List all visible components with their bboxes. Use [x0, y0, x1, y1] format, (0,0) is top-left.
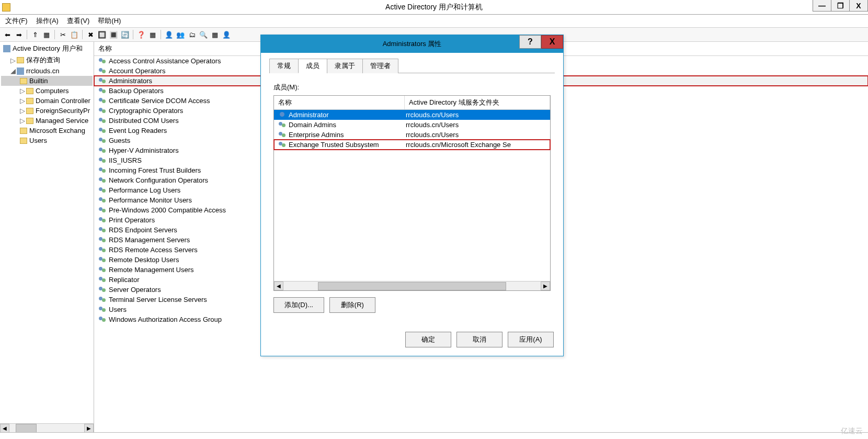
copy-icon[interactable]: 📋	[69, 29, 79, 40]
window-buttons: — ❐ X	[813, 0, 868, 14]
list-item-label: Access Control Assistance Operators	[109, 57, 221, 65]
expand-icon[interactable]: ▷	[20, 117, 26, 125]
tree-root[interactable]: Active Directory 用户和	[1, 43, 93, 54]
list-item-label: Print Operators	[109, 216, 155, 224]
scroll-thumb[interactable]	[318, 282, 506, 290]
minimize-button[interactable]: —	[813, 0, 831, 12]
show-hide-icon[interactable]: ▦	[41, 29, 52, 40]
expand-icon[interactable]: ▷	[10, 57, 17, 64]
scroll-left-icon[interactable]: ◀	[0, 424, 9, 433]
tree-users[interactable]: Users	[1, 136, 93, 145]
user-icon	[278, 111, 287, 119]
col-name[interactable]: 名称	[274, 96, 405, 109]
dialog-title-bar[interactable]: Administrators 属性 ? X	[261, 35, 563, 53]
members-rows: Administratorrrclouds.cn/UsersDomain Adm…	[274, 110, 550, 150]
add-to-group-icon[interactable]: 👤	[221, 29, 232, 40]
folder-icon	[26, 88, 33, 94]
tab-members[interactable]: 成员	[298, 59, 327, 73]
new-window-icon[interactable]: 🔳	[108, 29, 119, 40]
ad-root-icon	[3, 45, 10, 52]
scroll-right-icon[interactable]: ▶	[541, 282, 550, 290]
back-icon[interactable]: ⬅	[2, 29, 13, 40]
members-label: 成员(M):	[273, 83, 551, 92]
group-icon	[98, 316, 107, 323]
list-item-label: Incoming Forest Trust Builders	[109, 166, 201, 174]
dialog-help-button[interactable]: ?	[519, 35, 541, 49]
toolbar-separator	[133, 30, 133, 39]
forward-icon[interactable]: ➡	[14, 29, 24, 40]
delete-icon[interactable]: ✖	[85, 29, 96, 40]
tree-computers[interactable]: ▷ Computers	[1, 86, 93, 96]
folder-icon	[17, 57, 24, 63]
ok-button[interactable]: 确定	[405, 332, 451, 347]
toolbar-separator	[27, 30, 27, 39]
scroll-right-icon[interactable]: ▶	[84, 424, 94, 433]
list-item-label: Server Operators	[109, 286, 161, 294]
col-folder[interactable]: Active Directory 域服务文件夹	[405, 96, 550, 109]
container-icon[interactable]: ▦	[147, 29, 158, 40]
properties-icon[interactable]: 🔲	[97, 29, 107, 40]
tree-horizontal-scrollbar[interactable]: ◀ ▶	[0, 423, 94, 433]
list-item-label: Guests	[109, 137, 130, 144]
dialog-close-button[interactable]: X	[541, 35, 563, 49]
tree-managed[interactable]: ▷ Managed Service	[1, 116, 93, 126]
member-buttons: 添加(D)... 删除(R)	[273, 297, 551, 313]
tab-general[interactable]: 常规	[269, 59, 299, 73]
collapse-icon[interactable]: ◢	[10, 67, 17, 75]
tree-saved-queries[interactable]: ▷ 保存的查询	[1, 54, 93, 66]
scroll-left-icon[interactable]: ◀	[274, 282, 283, 290]
list-item-label: RDS Remote Access Servers	[109, 246, 198, 254]
members-horizontal-scrollbar[interactable]: ◀ ▶	[274, 281, 550, 290]
dialog-title: Administrators 属性	[383, 39, 442, 49]
group-icon	[98, 137, 107, 144]
tree-msexch[interactable]: Microsoft Exchang	[1, 126, 93, 136]
help-icon[interactable]: ❓	[136, 29, 146, 40]
close-button[interactable]: X	[849, 0, 868, 12]
tree-foreign[interactable]: ▷ ForeignSecurityPr	[1, 106, 93, 116]
list-item-label: Backup Operators	[109, 87, 164, 95]
up-icon[interactable]: ⇑	[30, 29, 40, 40]
member-row[interactable]: Domain Adminsrrclouds.cn/Users	[274, 120, 550, 130]
cut-icon[interactable]: ✂	[58, 29, 68, 40]
expand-icon[interactable]: ▷	[20, 97, 26, 105]
list-item-label: Event Log Readers	[109, 127, 167, 134]
menu-help[interactable]: 帮助(H)	[96, 15, 123, 27]
filter-icon[interactable]: 🔍	[198, 29, 209, 40]
group-icon	[98, 266, 107, 274]
cancel-button[interactable]: 取消	[456, 332, 502, 347]
add-button[interactable]: 添加(D)...	[273, 297, 324, 313]
tree-domain[interactable]: ◢ rrclouds.cn	[1, 66, 93, 76]
refresh-icon[interactable]: 🔄	[120, 29, 130, 40]
list-item-label: IIS_IUSRS	[109, 156, 142, 164]
remove-button[interactable]: 删除(R)	[329, 297, 375, 313]
toolbar-separator	[54, 30, 55, 39]
menu-file[interactable]: 文件(F)	[3, 15, 30, 27]
tree-dc[interactable]: ▷ Domain Controller	[1, 96, 93, 106]
group-icon	[98, 246, 107, 254]
new-group-icon[interactable]: 👥	[175, 29, 186, 40]
find-icon[interactable]: ▦	[210, 29, 220, 40]
new-ou-icon[interactable]: 🗂	[187, 29, 197, 40]
expand-icon[interactable]: ▷	[20, 107, 26, 115]
tree-builtin[interactable]: Builtin	[1, 76, 93, 86]
group-icon	[98, 306, 107, 313]
apply-button[interactable]: 应用(A)	[508, 332, 554, 347]
tree-label: Builtin	[29, 77, 48, 85]
tree-label: rrclouds.cn	[26, 67, 60, 75]
menu-action[interactable]: 操作(A)	[34, 15, 61, 27]
group-icon	[98, 177, 107, 184]
maximize-button[interactable]: ❐	[831, 0, 850, 12]
member-row[interactable]: Enterprise Adminsrrclouds.cn/Users	[274, 130, 550, 140]
group-icon	[98, 276, 107, 284]
scroll-thumb[interactable]	[16, 424, 37, 433]
tab-managedby[interactable]: 管理者	[362, 59, 398, 73]
members-header: 名称 Active Directory 域服务文件夹	[274, 96, 550, 110]
menu-view[interactable]: 查看(V)	[65, 15, 92, 27]
expand-icon[interactable]: ▷	[20, 87, 26, 95]
member-row[interactable]: Administratorrrclouds.cn/Users	[274, 110, 550, 120]
member-row[interactable]: Exchange Trusted Subsystemrrclouds.cn/Mi…	[274, 140, 550, 150]
new-user-icon[interactable]: 👤	[164, 29, 174, 40]
group-icon	[98, 77, 107, 85]
list-item-label: Terminal Server License Servers	[109, 296, 207, 303]
tab-memberof[interactable]: 隶属于	[327, 59, 363, 73]
